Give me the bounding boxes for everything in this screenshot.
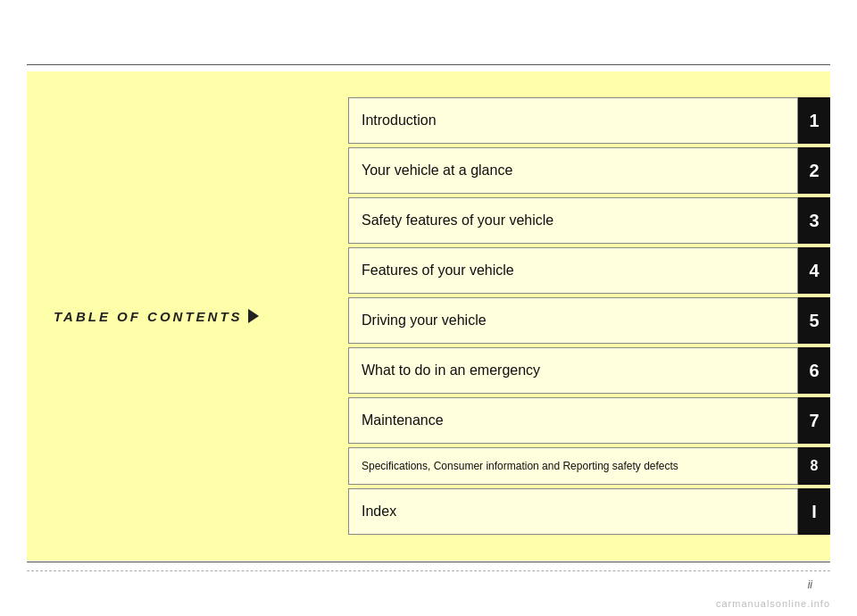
toc-item-number: 6: [798, 347, 830, 394]
toc-row[interactable]: Maintenance7: [348, 397, 830, 444]
toc-row[interactable]: IndexI: [348, 488, 830, 535]
toc-item-label: Maintenance: [348, 397, 798, 444]
toc-item-label: Driving your vehicle: [348, 297, 798, 344]
toc-item-number: 4: [798, 247, 830, 294]
main-content: TABLE OF CONTENTS Introduction1Your vehi…: [27, 71, 830, 561]
toc-item-number: 2: [798, 147, 830, 194]
toc-item-label: Introduction: [348, 97, 798, 144]
toc-item-label: Safety features of your vehicle: [348, 197, 798, 244]
bottom-dashed-divider: [27, 570, 830, 571]
toc-row[interactable]: Your vehicle at a glance2: [348, 147, 830, 194]
toc-item-label: What to do in an emergency: [348, 347, 798, 394]
toc-item-label: Features of your vehicle: [348, 247, 798, 294]
toc-item-label: Index: [348, 488, 798, 535]
toc-row[interactable]: What to do in an emergency6: [348, 347, 830, 394]
toc-item-label: Your vehicle at a glance: [348, 147, 798, 194]
toc-item-number: 7: [798, 397, 830, 444]
page-number: ii: [808, 579, 812, 591]
toc-row[interactable]: Features of your vehicle4: [348, 247, 830, 294]
toc-row[interactable]: Driving your vehicle5: [348, 297, 830, 344]
toc-row[interactable]: Safety features of your vehicle3: [348, 197, 830, 244]
toc-item-label: Specifications, Consumer information and…: [348, 447, 798, 485]
toc-list: Introduction1Your vehicle at a glance2Sa…: [348, 71, 830, 561]
toc-row[interactable]: Introduction1: [348, 97, 830, 144]
toc-title: TABLE OF CONTENTS: [54, 309, 259, 324]
toc-item-number: 1: [798, 97, 830, 144]
left-panel: TABLE OF CONTENTS: [27, 71, 348, 561]
top-divider: [27, 64, 830, 65]
toc-item-number: 5: [798, 297, 830, 344]
toc-item-number: 3: [798, 197, 830, 244]
bottom-divider: [27, 562, 830, 562]
toc-row[interactable]: Specifications, Consumer information and…: [348, 447, 830, 485]
toc-item-number: I: [798, 488, 830, 535]
watermark: carmanualsonline.info: [716, 598, 830, 609]
toc-title-text: TABLE OF CONTENTS: [54, 309, 243, 324]
toc-arrow-icon: [248, 309, 259, 323]
toc-item-number: 8: [798, 447, 830, 485]
